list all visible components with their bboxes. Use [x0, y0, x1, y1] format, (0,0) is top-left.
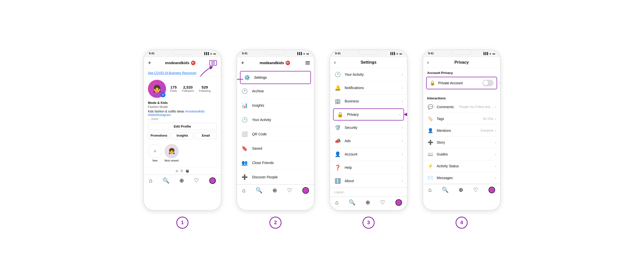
battery-icon-2: ▬: [306, 52, 309, 55]
nav-heart-1[interactable]: ♡: [194, 177, 199, 184]
mentions-left: 👤 Mentions: [427, 128, 451, 133]
nav-add-4[interactable]: ⊕: [459, 187, 463, 193]
hamburger-2[interactable]: [305, 61, 310, 64]
settings-menu-icon: ⚙️: [244, 74, 251, 81]
chevron-7: ›: [402, 166, 403, 170]
comments-label: Comments: [437, 105, 454, 109]
hamburger-menu-button[interactable]: [209, 60, 217, 66]
step-badge-2: 2: [269, 217, 281, 229]
discover-menu-item[interactable]: ➕ Discover People: [237, 170, 314, 184]
nav-heart-2[interactable]: ♡: [287, 187, 292, 194]
mentions-privacy-item[interactable]: 👤 Mentions Everyone ›: [423, 125, 500, 137]
following-count: 529: [202, 85, 208, 89]
comments-privacy-item[interactable]: 💬 Comments People You Follow and.... ›: [423, 101, 500, 113]
ads-setting[interactable]: 📣 Ads ›: [330, 134, 407, 148]
menu-line-1: [211, 61, 215, 62]
nav-add-1[interactable]: ⊕: [179, 177, 184, 184]
back-button-3[interactable]: ‹: [334, 59, 336, 65]
following-stat: 529 Following: [199, 85, 211, 92]
edit-profile-button[interactable]: Edit Profile: [148, 123, 217, 130]
nav-home-4[interactable]: ⌂: [428, 187, 431, 193]
hashtag-1[interactable]: #modeandkids: [185, 110, 205, 113]
comments-left: 💬 Comments: [427, 104, 454, 110]
following-label: Following: [199, 89, 211, 92]
privacy-setting-label: Privacy: [347, 112, 359, 116]
battery-icon-3: ▬: [399, 52, 402, 55]
activity-status-privacy-item[interactable]: ⚡ Activity Status ›: [423, 160, 500, 172]
setting-left-7: ❓ Help: [334, 165, 352, 171]
private-account-toggle[interactable]: [482, 80, 494, 86]
nav-search-3[interactable]: 🔍: [349, 199, 355, 206]
nav-home-2[interactable]: ⌂: [242, 187, 245, 194]
hashtag-2[interactable]: #kidsofinstagram: [148, 113, 171, 117]
settings-menu-item[interactable]: ⚙️ Settings: [240, 71, 311, 84]
add-story-button[interactable]: +: [160, 92, 166, 97]
security-setting-label: Security: [345, 126, 357, 130]
account-setting[interactable]: 👤 Account ›: [330, 148, 407, 161]
status-bar-3: 9:41 ▐▐▐ ▲ ▬: [330, 50, 407, 57]
guides-privacy-item[interactable]: 📖 Guides ›: [423, 148, 500, 160]
your-activity-menu-item[interactable]: 🕐 Your Activity: [237, 113, 314, 127]
posts-stat: 175 Posts: [170, 85, 177, 92]
notifications-setting[interactable]: 🔔 Notifications ›: [330, 81, 407, 95]
nav-add-3[interactable]: ⊕: [366, 199, 370, 206]
messages-privacy-item[interactable]: ✉️ Messages ›: [423, 172, 500, 184]
story-new[interactable]: + New: [148, 144, 162, 162]
your-activity-setting[interactable]: 🕐 Your Activity ›: [330, 68, 407, 81]
back-button-4[interactable]: ‹: [427, 59, 429, 65]
plus-button-1[interactable]: +: [148, 60, 151, 66]
saved-menu-item[interactable]: 🔖 Saved: [237, 141, 314, 156]
qr-code-menu-item[interactable]: ⬜ QR Code: [237, 127, 314, 141]
nav-home-3[interactable]: ⌂: [335, 199, 338, 206]
close-friends-menu-item[interactable]: 👥 Close Friends: [237, 156, 314, 170]
setting-left-5: 📣 Ads: [334, 138, 351, 144]
hline-1: [305, 61, 310, 62]
grid-indicator: ▦ 🖼 🎬: [144, 167, 221, 175]
archive-menu-item[interactable]: 🕐 Archive: [237, 84, 314, 98]
nav-heart-4[interactable]: ♡: [473, 187, 478, 193]
wifi-icon-4: ▲: [489, 52, 492, 55]
saved-label: Saved: [252, 146, 262, 150]
about-setting[interactable]: ℹ️ About ›: [330, 174, 407, 188]
posts-count: 175: [170, 85, 177, 89]
story-privacy-item[interactable]: ➕ Story ›: [423, 137, 500, 148]
privacy-setting[interactable]: 🔒 Privacy ›: [333, 108, 404, 121]
email-button[interactable]: Email: [195, 132, 217, 139]
nav-heart-3[interactable]: ♡: [380, 199, 385, 206]
more-bio-button[interactable]: ... more: [148, 117, 217, 121]
messages-right: ›: [495, 176, 496, 180]
nav-search-4[interactable]: 🔍: [442, 187, 449, 193]
stats-row: 175 Posts 2,520 Followers 529 Following: [170, 85, 211, 92]
tags-privacy-item[interactable]: 🏷️ Tags No One ›: [423, 113, 500, 125]
promotions-button[interactable]: Promotions: [148, 132, 170, 139]
insights-button[interactable]: Insights: [171, 132, 193, 139]
nav-add-2[interactable]: ⊕: [272, 187, 277, 194]
new-story-label: New: [152, 159, 157, 162]
guides-label: Guides: [437, 152, 448, 156]
account-setting-label: Account: [345, 152, 357, 156]
nav-home-1[interactable]: ⌂: [149, 177, 152, 184]
saved-icon: 🔖: [241, 145, 248, 152]
tags-right: No One ›: [483, 117, 496, 121]
help-setting[interactable]: ❓ Help ›: [330, 161, 407, 174]
private-account-item[interactable]: 🔒 Private Account: [426, 77, 497, 89]
mentions-value: Everyone: [481, 129, 494, 132]
nav-avatar-1[interactable]: [209, 177, 216, 184]
nav-avatar-4[interactable]: [489, 187, 495, 193]
about-setting-icon: ℹ️: [334, 178, 341, 184]
nav-avatar-2[interactable]: [302, 187, 309, 194]
security-setting[interactable]: 🛡️ Security ›: [330, 121, 407, 134]
insights-menu-item[interactable]: 📊 Insights: [237, 98, 314, 113]
business-setting[interactable]: 🏢 Business ›: [330, 95, 407, 108]
story-most-viewed[interactable]: 👧 Most viewed: [165, 144, 179, 162]
nav-search-1[interactable]: 🔍: [163, 177, 169, 184]
insights-label: Insights: [252, 103, 264, 107]
covid-link[interactable]: See COVID-19 Business Resources: [148, 71, 196, 75]
plus-button-2[interactable]: +: [241, 60, 244, 66]
step-badge-1: 1: [176, 217, 188, 229]
mentions-chevron: ›: [495, 129, 496, 133]
setting-left-6: 👤 Account: [334, 151, 357, 157]
nav-search-2[interactable]: 🔍: [256, 187, 262, 194]
username-text-2: modeandkids: [260, 61, 284, 65]
nav-avatar-3[interactable]: [395, 199, 402, 206]
